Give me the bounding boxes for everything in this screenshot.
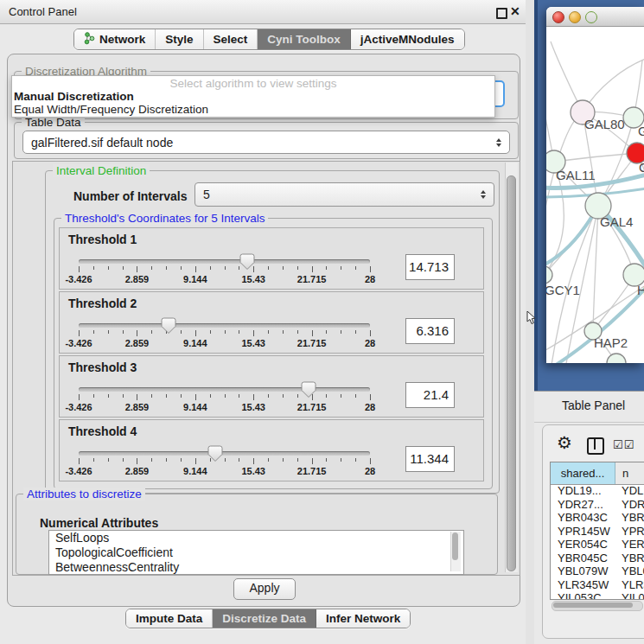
slider-tick [268, 330, 269, 334]
table-row[interactable]: YIL053CYIL0 [551, 591, 644, 600]
slider-thumb[interactable] [301, 381, 316, 399]
bottom-tab-discretize-data[interactable]: Discretize Data [213, 609, 316, 628]
attribute-list-item[interactable]: TopologicalCoefficient [49, 545, 463, 560]
network-edge[interactable] [593, 206, 598, 331]
bottom-tab-impute-data[interactable]: Impute Data [126, 609, 213, 628]
slider-tick [93, 266, 94, 270]
slider-tick [297, 458, 298, 462]
dropdown-placeholder-item[interactable]: Select algorithm to view settings [14, 77, 493, 90]
slider-tick [268, 266, 269, 270]
threshold-value-field[interactable]: 11.344 [405, 446, 455, 472]
slider-tick [137, 266, 137, 272]
cell-name[interactable]: YBR0 [615, 552, 644, 565]
dropdown-option-equal-width-frequency[interactable]: Equal Width/Frequency Discretization [14, 103, 493, 116]
network-canvas[interactable]: GAL80GCGAL11GAL4GCY1HHAP2 [546, 26, 644, 363]
network-view-window[interactable]: GAL80GCGAL11GAL4GCY1HHAP2 [546, 7, 644, 363]
cell-shared-name[interactable]: YIL053C [551, 591, 615, 600]
column-header-shared-name[interactable]: shared... [551, 462, 615, 484]
cell-shared-name[interactable]: YER054C [551, 538, 615, 552]
cell-name[interactable]: YPR1 [615, 525, 644, 539]
network-edge[interactable] [554, 153, 637, 162]
table-row[interactable]: YLR345WYLR3 [551, 578, 644, 592]
cell-name[interactable]: YDR2 [615, 498, 644, 512]
vertical-scrollbar-thumb[interactable] [507, 175, 516, 571]
slider-tick-label: 9.144 [183, 338, 207, 348]
apply-button[interactable]: Apply [233, 578, 296, 600]
float-window-icon[interactable] [496, 8, 507, 19]
slider-tick [151, 458, 152, 462]
slider-tick [370, 330, 371, 336]
tab-cyni-toolbox[interactable]: Cyni Toolbox [258, 29, 351, 49]
cell-shared-name[interactable]: YBR043C [551, 511, 615, 525]
table-row[interactable]: YBR043CYBR0 [551, 511, 644, 525]
close-traffic-light[interactable] [552, 11, 564, 23]
network-icon [84, 32, 95, 48]
table-row[interactable]: YDR27...YDR2 [551, 498, 644, 512]
slider-thumb[interactable] [207, 445, 223, 462]
slider-track[interactable] [79, 387, 370, 392]
select-columns-icon[interactable]: ☑☑ [613, 438, 634, 451]
cell-shared-name[interactable]: YDL19... [551, 484, 615, 498]
gear-icon[interactable]: ⚙ [557, 434, 572, 451]
slider-track[interactable] [79, 323, 370, 328]
table-row[interactable]: YBL079WYBL0 [551, 564, 644, 578]
table-row[interactable]: YBR045CYBR0 [551, 552, 644, 565]
slider-tick [239, 458, 239, 462]
cell-shared-name[interactable]: YLR345W [551, 578, 615, 592]
cell-name[interactable]: YDL1 [615, 484, 644, 498]
cell-name[interactable]: YBL0 [615, 564, 644, 578]
column-header-name[interactable]: n [615, 462, 644, 484]
slider-track[interactable] [79, 259, 370, 264]
numerical-attributes-list[interactable]: SelfLoopsTopologicalCoefficientBetweenne… [48, 530, 464, 575]
tab-select[interactable]: Select [204, 29, 258, 49]
tab-style[interactable]: Style [156, 29, 203, 49]
network-window-titlebar[interactable] [546, 7, 644, 27]
column-layout-icon[interactable] [587, 437, 604, 455]
slider-tick [181, 394, 182, 398]
table-row[interactable]: YPR145WYPR1 [551, 525, 644, 539]
attribute-list-item[interactable]: BetweennessCentrality [49, 560, 463, 575]
cell-shared-name[interactable]: YDR27... [551, 498, 615, 512]
slider-tick [137, 394, 137, 400]
slider-track[interactable] [79, 451, 370, 456]
attribute-list-item[interactable]: SelfLoops [49, 531, 463, 545]
slider-tick [239, 394, 239, 398]
tab-network[interactable]: Network [74, 29, 156, 49]
tab-label: Style [165, 33, 193, 46]
slider-tick [123, 266, 124, 270]
attributes-scrollbar-thumb[interactable] [452, 532, 458, 560]
slider-tick-label: 28 [365, 402, 375, 412]
bottom-tab-infer-network[interactable]: Infer Network [316, 609, 410, 628]
tab-label: Network [99, 33, 145, 46]
slider-tick-label: 2.859 [125, 274, 150, 284]
zoom-traffic-light[interactable] [585, 11, 597, 23]
slider-tick [79, 266, 80, 272]
cell-name[interactable]: YBR0 [615, 511, 644, 525]
slider-tick [326, 394, 327, 398]
threshold-value-field[interactable]: 21.4 [405, 382, 455, 408]
network-node-gcy1[interactable] [546, 266, 552, 284]
dropdown-option-manual-discretization[interactable]: Manual Discretization [14, 90, 493, 103]
cell-shared-name[interactable]: YPR145W [551, 525, 615, 539]
threshold-panel-3: Threshold 3-3.4262.8599.14415.4321.71528… [59, 355, 484, 418]
cell-shared-name[interactable]: YBL079W [551, 564, 615, 578]
close-icon[interactable]: ✕ [510, 4, 520, 18]
slider-thumb[interactable] [239, 253, 255, 271]
table-row[interactable]: YDL19...YDL1 [551, 484, 644, 498]
cell-name[interactable]: YLR3 [615, 578, 644, 592]
threshold-panel-2: Threshold 2-3.4262.8599.14415.4321.71528… [59, 291, 484, 354]
cell-shared-name[interactable]: YBR045C [551, 552, 615, 565]
table-row[interactable]: YER054CYER0 [551, 538, 644, 552]
tab-jactivemnodules[interactable]: jActiveMNodules [351, 29, 464, 49]
number-of-intervals-combobox[interactable]: 5 [194, 182, 494, 207]
threshold-value-field[interactable]: 6.316 [405, 318, 455, 344]
cell-name[interactable]: YER0 [615, 538, 644, 552]
threshold-value-field[interactable]: 14.713 [405, 254, 455, 280]
network-node[interactable] [607, 354, 626, 363]
cell-name[interactable]: YIL0 [615, 591, 644, 600]
table-data-combobox[interactable]: galFiltered.sif default node [22, 131, 510, 154]
table-horizontal-scrollbar-thumb[interactable] [553, 603, 633, 608]
minimize-traffic-light[interactable] [569, 11, 581, 23]
control-panel-titlebar [0, 0, 526, 24]
slider-thumb[interactable] [161, 317, 176, 335]
